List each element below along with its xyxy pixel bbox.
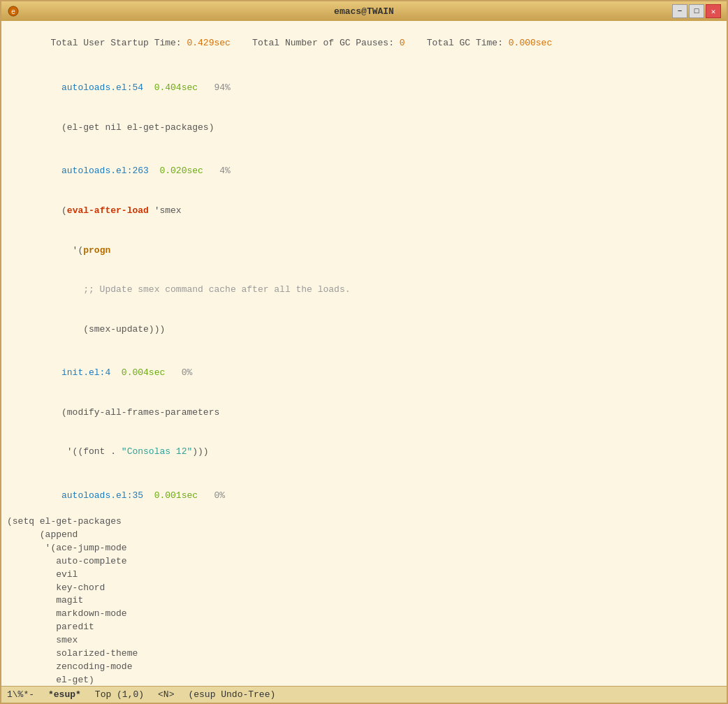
block3-code2: '((font . "Consolas 12"))) [7,432,721,472]
block2-code1: (eval-after-load 'smex [7,191,721,231]
block2-code4: (smex-update))) [7,310,721,350]
block4-code12: zencoding-mode [7,661,721,674]
status-scroll: Top (1,0) [95,689,144,700]
content-area: Total User Startup Time: 0.429sec Total … [1,21,727,703]
status-bar-content: 1\%*- *esup* Top (1,0) <N> (esup Undo-Tr… [7,689,721,700]
block4-code5: evil [7,569,721,582]
block4-code10: smex [7,634,721,647]
minimize-button[interactable]: − [672,4,687,18]
status-mode: (esup Undo-Tree) [188,689,275,700]
block4-code4: auto-complete [7,555,721,569]
block4-code11: solarized-theme [7,647,721,661]
status-bar: 1\%*- *esup* Top (1,0) <N> (esup Undo-Tr… [1,686,727,703]
block4-code2: (append [7,529,721,542]
block-autoloads-263: autoloads.el:263 0.020sec 4% (eval-after… [7,152,721,350]
window-title: emacs@TWAIN [334,6,394,17]
block3-fileref: init.el:4 0.004sec 0% [7,353,721,393]
maximize-button[interactable]: □ [689,4,704,18]
block1-code1: (el-get nil el-get-packages) [7,108,721,148]
status-nav: <N> [158,689,174,700]
close-button[interactable]: ✕ [706,4,721,18]
titlebar: e emacs@TWAIN − □ ✕ [1,1,727,21]
block2-code2: '(progn [7,231,721,271]
block4-code7: magit [7,594,721,608]
block4-fileref: autoloads.el:35 0.001sec 0% [7,476,721,516]
block-init-4: init.el:4 0.004sec 0% (modify-all-frames… [7,353,721,472]
block2-fileref: autoloads.el:263 0.020sec 4% [7,152,721,192]
block4-code9: paredit [7,621,721,634]
block1-fileref: autoloads.el:54 0.404sec 94% [7,69,721,109]
block3-code1: (modify-all-frames-parameters [7,393,721,433]
header-timing-line: Total User Startup Time: 0.429sec Total … [7,24,721,64]
block4-code6: key-chord [7,582,721,595]
window-controls: − □ ✕ [672,4,721,18]
block4-code1: (setq el-get-packages [7,515,721,529]
status-position: 1\%*- [7,689,34,700]
block2-code3: ;; Update smex command cache after all t… [7,270,721,310]
status-buffer: *esup* [48,689,81,700]
app-icon: e [7,5,20,17]
main-window: e emacs@TWAIN − □ ✕ Total User Startup T… [0,0,728,704]
block4-code3: '(ace-jump-mode [7,542,721,555]
block-autoloads-35: autoloads.el:35 0.001sec 0% (setq el-get… [7,476,721,686]
block4-code8: markdown-mode [7,608,721,621]
svg-text:e: e [11,8,15,16]
block-autoloads-54: autoloads.el:54 0.404sec 94% (el-get nil… [7,69,721,148]
block4-code13: el-get) [7,674,721,687]
main-content: Total User Startup Time: 0.429sec Total … [1,21,727,686]
